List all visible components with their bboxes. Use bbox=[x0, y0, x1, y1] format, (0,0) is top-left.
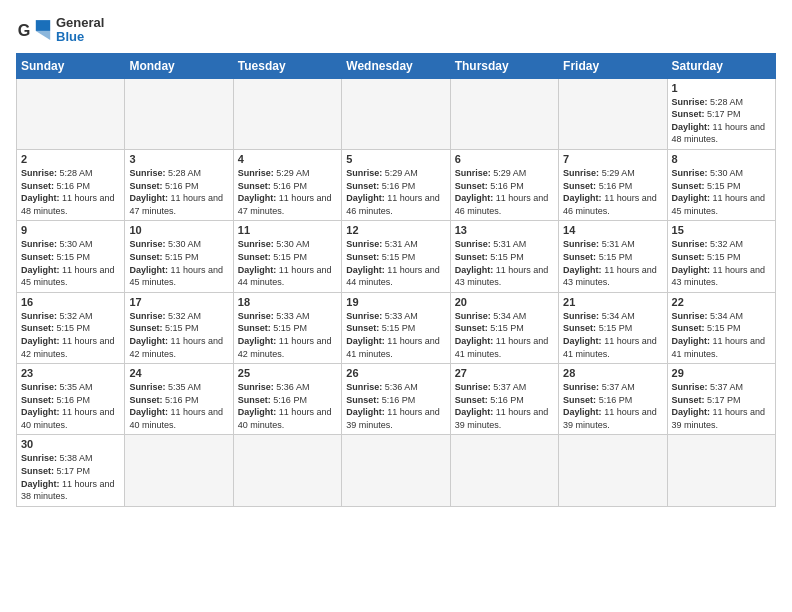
day-number: 17 bbox=[129, 296, 228, 308]
calendar-cell bbox=[667, 435, 775, 506]
calendar-cell: 4Sunrise: 5:29 AMSunset: 5:16 PMDaylight… bbox=[233, 149, 341, 220]
calendar-cell: 17Sunrise: 5:32 AMSunset: 5:15 PMDayligh… bbox=[125, 292, 233, 363]
calendar-week-row: 30Sunrise: 5:38 AMSunset: 5:17 PMDayligh… bbox=[17, 435, 776, 506]
day-number: 20 bbox=[455, 296, 554, 308]
calendar-cell bbox=[342, 78, 450, 149]
calendar-cell: 20Sunrise: 5:34 AMSunset: 5:15 PMDayligh… bbox=[450, 292, 558, 363]
calendar-cell: 23Sunrise: 5:35 AMSunset: 5:16 PMDayligh… bbox=[17, 364, 125, 435]
day-number: 3 bbox=[129, 153, 228, 165]
day-info: Sunrise: 5:33 AMSunset: 5:15 PMDaylight:… bbox=[346, 310, 445, 360]
day-number: 30 bbox=[21, 438, 120, 450]
day-info: Sunrise: 5:34 AMSunset: 5:15 PMDaylight:… bbox=[672, 310, 771, 360]
calendar-cell: 29Sunrise: 5:37 AMSunset: 5:17 PMDayligh… bbox=[667, 364, 775, 435]
calendar-cell bbox=[125, 78, 233, 149]
day-number: 1 bbox=[672, 82, 771, 94]
day-info: Sunrise: 5:32 AMSunset: 5:15 PMDaylight:… bbox=[672, 238, 771, 288]
weekday-header-cell: Monday bbox=[125, 53, 233, 78]
calendar-cell: 13Sunrise: 5:31 AMSunset: 5:15 PMDayligh… bbox=[450, 221, 558, 292]
calendar-cell bbox=[342, 435, 450, 506]
calendar-week-row: 1Sunrise: 5:28 AMSunset: 5:17 PMDaylight… bbox=[17, 78, 776, 149]
day-info: Sunrise: 5:34 AMSunset: 5:15 PMDaylight:… bbox=[563, 310, 662, 360]
day-number: 16 bbox=[21, 296, 120, 308]
calendar-week-row: 16Sunrise: 5:32 AMSunset: 5:15 PMDayligh… bbox=[17, 292, 776, 363]
day-number: 19 bbox=[346, 296, 445, 308]
day-number: 23 bbox=[21, 367, 120, 379]
day-number: 28 bbox=[563, 367, 662, 379]
day-info: Sunrise: 5:28 AMSunset: 5:17 PMDaylight:… bbox=[672, 96, 771, 146]
calendar-cell bbox=[233, 435, 341, 506]
calendar-cell: 16Sunrise: 5:32 AMSunset: 5:15 PMDayligh… bbox=[17, 292, 125, 363]
calendar-cell: 30Sunrise: 5:38 AMSunset: 5:17 PMDayligh… bbox=[17, 435, 125, 506]
day-info: Sunrise: 5:36 AMSunset: 5:16 PMDaylight:… bbox=[238, 381, 337, 431]
day-info: Sunrise: 5:37 AMSunset: 5:16 PMDaylight:… bbox=[455, 381, 554, 431]
day-info: Sunrise: 5:28 AMSunset: 5:16 PMDaylight:… bbox=[129, 167, 228, 217]
day-number: 21 bbox=[563, 296, 662, 308]
day-number: 13 bbox=[455, 224, 554, 236]
calendar-cell bbox=[450, 435, 558, 506]
day-number: 4 bbox=[238, 153, 337, 165]
day-info: Sunrise: 5:31 AMSunset: 5:15 PMDaylight:… bbox=[563, 238, 662, 288]
day-info: Sunrise: 5:29 AMSunset: 5:16 PMDaylight:… bbox=[346, 167, 445, 217]
day-number: 2 bbox=[21, 153, 120, 165]
day-number: 22 bbox=[672, 296, 771, 308]
day-number: 7 bbox=[563, 153, 662, 165]
day-number: 9 bbox=[21, 224, 120, 236]
day-number: 10 bbox=[129, 224, 228, 236]
calendar-cell: 26Sunrise: 5:36 AMSunset: 5:16 PMDayligh… bbox=[342, 364, 450, 435]
logo: G General Blue bbox=[16, 16, 104, 45]
day-info: Sunrise: 5:28 AMSunset: 5:16 PMDaylight:… bbox=[21, 167, 120, 217]
day-number: 18 bbox=[238, 296, 337, 308]
day-info: Sunrise: 5:29 AMSunset: 5:16 PMDaylight:… bbox=[455, 167, 554, 217]
calendar-cell: 7Sunrise: 5:29 AMSunset: 5:16 PMDaylight… bbox=[559, 149, 667, 220]
calendar-cell bbox=[559, 435, 667, 506]
calendar-cell: 24Sunrise: 5:35 AMSunset: 5:16 PMDayligh… bbox=[125, 364, 233, 435]
day-info: Sunrise: 5:34 AMSunset: 5:15 PMDaylight:… bbox=[455, 310, 554, 360]
day-number: 5 bbox=[346, 153, 445, 165]
calendar-cell: 18Sunrise: 5:33 AMSunset: 5:15 PMDayligh… bbox=[233, 292, 341, 363]
calendar-cell: 2Sunrise: 5:28 AMSunset: 5:16 PMDaylight… bbox=[17, 149, 125, 220]
day-number: 11 bbox=[238, 224, 337, 236]
calendar-table: SundayMondayTuesdayWednesdayThursdayFrid… bbox=[16, 53, 776, 507]
day-info: Sunrise: 5:30 AMSunset: 5:15 PMDaylight:… bbox=[238, 238, 337, 288]
weekday-header-cell: Thursday bbox=[450, 53, 558, 78]
calendar-cell: 28Sunrise: 5:37 AMSunset: 5:16 PMDayligh… bbox=[559, 364, 667, 435]
day-number: 26 bbox=[346, 367, 445, 379]
day-info: Sunrise: 5:33 AMSunset: 5:15 PMDaylight:… bbox=[238, 310, 337, 360]
day-number: 29 bbox=[672, 367, 771, 379]
day-number: 14 bbox=[563, 224, 662, 236]
day-number: 6 bbox=[455, 153, 554, 165]
day-number: 27 bbox=[455, 367, 554, 379]
calendar-cell: 1Sunrise: 5:28 AMSunset: 5:17 PMDaylight… bbox=[667, 78, 775, 149]
day-number: 12 bbox=[346, 224, 445, 236]
calendar-cell: 14Sunrise: 5:31 AMSunset: 5:15 PMDayligh… bbox=[559, 221, 667, 292]
day-number: 25 bbox=[238, 367, 337, 379]
weekday-header-cell: Wednesday bbox=[342, 53, 450, 78]
day-info: Sunrise: 5:32 AMSunset: 5:15 PMDaylight:… bbox=[21, 310, 120, 360]
day-info: Sunrise: 5:38 AMSunset: 5:17 PMDaylight:… bbox=[21, 452, 120, 502]
day-info: Sunrise: 5:35 AMSunset: 5:16 PMDaylight:… bbox=[21, 381, 120, 431]
day-info: Sunrise: 5:32 AMSunset: 5:15 PMDaylight:… bbox=[129, 310, 228, 360]
day-number: 15 bbox=[672, 224, 771, 236]
weekday-header-row: SundayMondayTuesdayWednesdayThursdayFrid… bbox=[17, 53, 776, 78]
day-info: Sunrise: 5:31 AMSunset: 5:15 PMDaylight:… bbox=[346, 238, 445, 288]
calendar-cell bbox=[125, 435, 233, 506]
calendar-body: 1Sunrise: 5:28 AMSunset: 5:17 PMDaylight… bbox=[17, 78, 776, 506]
calendar-cell: 12Sunrise: 5:31 AMSunset: 5:15 PMDayligh… bbox=[342, 221, 450, 292]
calendar-cell bbox=[17, 78, 125, 149]
calendar-cell: 5Sunrise: 5:29 AMSunset: 5:16 PMDaylight… bbox=[342, 149, 450, 220]
day-info: Sunrise: 5:36 AMSunset: 5:16 PMDaylight:… bbox=[346, 381, 445, 431]
calendar-cell: 8Sunrise: 5:30 AMSunset: 5:15 PMDaylight… bbox=[667, 149, 775, 220]
calendar-cell: 25Sunrise: 5:36 AMSunset: 5:16 PMDayligh… bbox=[233, 364, 341, 435]
calendar-week-row: 9Sunrise: 5:30 AMSunset: 5:15 PMDaylight… bbox=[17, 221, 776, 292]
calendar-cell: 27Sunrise: 5:37 AMSunset: 5:16 PMDayligh… bbox=[450, 364, 558, 435]
day-info: Sunrise: 5:29 AMSunset: 5:16 PMDaylight:… bbox=[563, 167, 662, 217]
calendar-cell bbox=[450, 78, 558, 149]
day-info: Sunrise: 5:30 AMSunset: 5:15 PMDaylight:… bbox=[672, 167, 771, 217]
page-header: G General Blue bbox=[16, 16, 776, 45]
day-info: Sunrise: 5:29 AMSunset: 5:16 PMDaylight:… bbox=[238, 167, 337, 217]
calendar-cell: 15Sunrise: 5:32 AMSunset: 5:15 PMDayligh… bbox=[667, 221, 775, 292]
day-info: Sunrise: 5:30 AMSunset: 5:15 PMDaylight:… bbox=[129, 238, 228, 288]
calendar-cell: 11Sunrise: 5:30 AMSunset: 5:15 PMDayligh… bbox=[233, 221, 341, 292]
weekday-header-cell: Tuesday bbox=[233, 53, 341, 78]
svg-text:G: G bbox=[18, 22, 31, 40]
